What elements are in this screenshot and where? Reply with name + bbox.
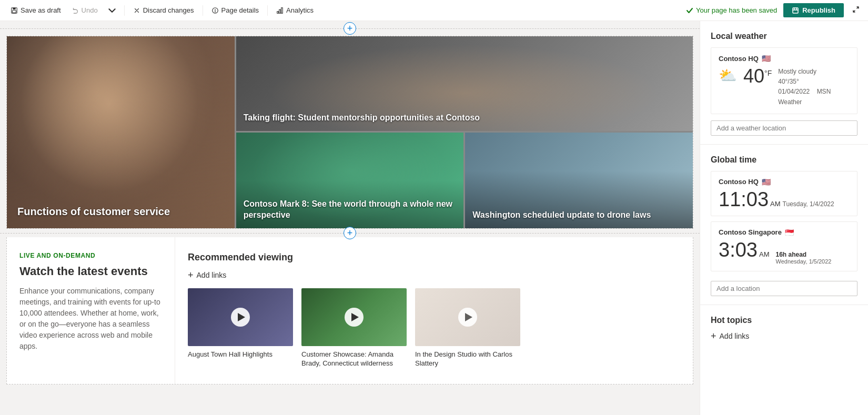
time-display-row-1: 11:03 AM Tuesday, 1/4/2022 [719,189,850,209]
play-button-1[interactable] [231,308,250,327]
add-zone-top-button[interactable]: + [344,22,356,35]
weather-location-row: Contoso HQ 🇺🇸 [719,54,850,63]
recommended-section: Recommended viewing + Add links [175,237,693,384]
toolbar-divider-1 [124,5,125,16]
page-details-button[interactable]: Page details [207,4,264,16]
video-thumb-2[interactable] [301,288,407,346]
add-zone-middle-button[interactable]: + [344,227,356,239]
analytics-button[interactable]: Analytics [272,4,318,16]
hot-topics-section: Hot topics + Add links [700,305,868,349]
svg-rect-1 [13,7,15,9]
video-thumb-3[interactable] [415,288,520,346]
hero-grid: Functions of customer service Taking fli… [7,36,693,228]
play-triangle-icon-1 [238,313,245,321]
svg-rect-2 [13,11,16,13]
play-button-2[interactable] [345,308,364,327]
time-extra-2: 16h ahead Wednesday, 1/5/2022 [775,251,831,265]
weather-details: Mostly cloudy 40°/35° 01/04/2022 MSN Wea… [778,67,850,107]
time-ampm-2: AM [759,250,770,258]
zone-add-middle: + [0,229,700,237]
time-location-name-1: Contoso HQ [719,178,759,186]
weather-card: Contoso HQ 🇺🇸 ⛅ 40 °F Mostly cloudy 40°/… [711,47,857,114]
weather-temp-unit: °F [764,69,772,77]
checkmark-icon [686,7,693,14]
main-layout: + Functions of customer service Ta [0,21,868,415]
save-icon [11,7,18,14]
video-caption-2: Customer Showcase: Amanda Brady, Connect… [301,350,407,368]
weather-temperature: 40 [743,67,764,86]
time-card-hq: Contoso HQ 🇺🇸 11:03 AM Tuesday, 1/4/2022 [711,171,857,216]
play-button-3[interactable] [458,308,477,327]
discard-changes-button[interactable]: Discard changes [129,4,198,16]
hot-topics-add-links-button[interactable]: + Add links [711,331,749,341]
hero-main-title: Functions of customer service [17,206,170,218]
expand-button[interactable] [850,4,862,17]
hot-topics-title: Hot topics [711,316,857,325]
hero-bottom-left-item[interactable]: Contoso Mark 8: See the world through a … [236,133,464,228]
time-flag-2: 🇸🇬 [785,228,794,237]
time-date-2: Wednesday, 1/5/2022 [775,258,831,265]
hero-top-right-item[interactable]: Taking flight: Student mentorship opport… [236,36,693,131]
toolbar-divider-3 [267,5,268,16]
video-card-1: August Town Hall Highlights [188,288,293,368]
svg-rect-5 [279,9,281,13]
recommended-title: Recommended viewing [188,252,680,263]
undo-dropdown-button[interactable] [104,5,120,16]
weather-location-name: Contoso HQ [719,55,759,63]
page-details-icon [211,7,219,14]
right-sidebar: Local weather Contoso HQ 🇺🇸 ⛅ 40 °F Most [700,21,868,415]
weather-condition: Mostly cloudy [778,67,850,77]
saved-status: Your page has been saved [686,6,777,14]
live-events-section: LIVE AND ON-DEMAND Watch the latest even… [7,237,175,384]
time-flag-1: 🇺🇸 [762,178,771,186]
expand-icon [852,6,860,13]
play-triangle-icon-2 [351,313,359,321]
hero-bottom-right-title: Washington scheduled update to drone law… [472,210,651,221]
hero-section: Functions of customer service Taking fli… [6,36,693,229]
add-location-input[interactable] [711,281,857,296]
global-time-section: Global time Contoso HQ 🇺🇸 11:03 AM Tuesd… [700,145,868,305]
add-weather-input[interactable] [711,120,857,136]
add-links-button[interactable]: + Add links [188,270,226,280]
hero-main-item[interactable]: Functions of customer service [7,36,235,228]
weather-section: Local weather Contoso HQ 🇺🇸 ⛅ 40 °F Most [700,21,868,145]
time-location-name-2: Contoso Singapore [719,228,782,236]
video-caption-1: August Town Hall Highlights [188,350,293,359]
analytics-icon [276,7,284,14]
hero-top-right-title: Taking flight: Student mentorship opport… [244,113,480,124]
toolbar-divider-2 [203,5,203,16]
time-card-singapore: Contoso Singapore 🇸🇬 3:03 AM 16h ahead W… [711,221,857,271]
save-draft-button[interactable]: Save as draft [6,4,65,16]
weather-temp-display: 40 °F [743,67,772,86]
hero-bottom-left-title: Contoso Mark 8: See the world through a … [244,199,457,221]
video-caption-3: In the Design Studio with Carlos Slatter… [415,350,520,368]
undo-icon [72,7,79,14]
weather-main: ⛅ 40 °F Mostly cloudy 40°/35° 01/04/2022… [719,67,850,107]
time-value-2: 3:03 [719,240,758,260]
live-tag: LIVE AND ON-DEMAND [19,252,162,259]
chevron-down-icon [108,7,116,14]
time-date-1: Tuesday, 1/4/2022 [783,200,834,208]
undo-button[interactable]: Undo [67,4,102,16]
time-display-row-2: 3:03 AM 16h ahead Wednesday, 1/5/2022 [719,240,850,265]
video-thumb-1[interactable] [188,288,293,346]
svg-rect-7 [793,8,798,13]
cloud-icon: ⛅ [719,67,737,84]
weather-icon-area: ⛅ [719,67,737,84]
toolbar-right: Your page has been saved Republish [686,3,862,17]
time-ahead-2: 16h ahead [775,251,831,258]
toolbar: Save as draft Undo Discard changes Page … [0,0,868,21]
video-card-2: Customer Showcase: Amanda Brady, Connect… [301,288,407,368]
republish-button[interactable]: Republish [783,3,844,17]
time-location-2: Contoso Singapore 🇸🇬 [719,228,850,237]
global-time-title: Global time [711,155,857,165]
live-description: Enhance your communications, company mee… [19,286,162,352]
time-location-1: Contoso HQ 🇺🇸 [719,178,850,186]
time-value-1: 11:03 [719,189,769,209]
live-title: Watch the latest events [19,265,162,278]
hero-bottom-right-item[interactable]: Washington scheduled update to drone law… [465,133,693,228]
video-card-3: In the Design Studio with Carlos Slatter… [415,288,520,368]
plus-icon: + [188,270,194,280]
svg-rect-4 [277,11,279,13]
svg-rect-6 [281,7,283,13]
